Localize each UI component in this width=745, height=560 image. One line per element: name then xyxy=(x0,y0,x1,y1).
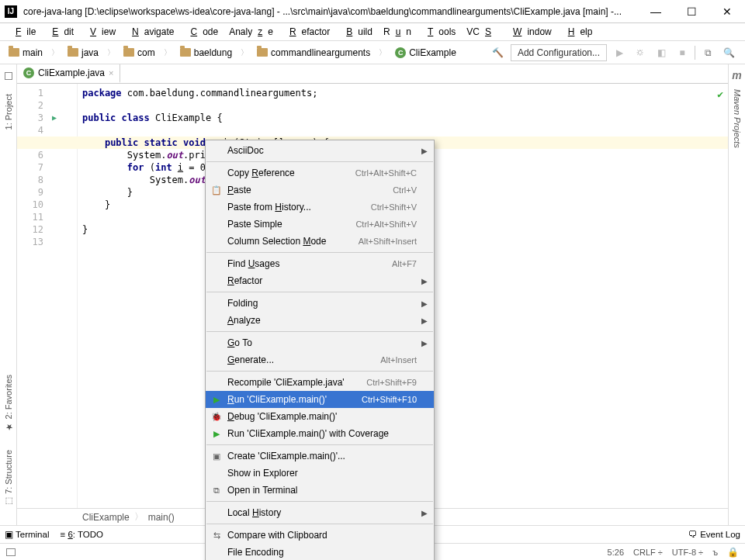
coverage-toolbar-button[interactable]: ◧ xyxy=(653,44,670,61)
ctx-copy-reference[interactable]: Copy ReferenceCtrl+Alt+Shift+C xyxy=(206,164,434,181)
tool-maven[interactable]: Maven Projects xyxy=(733,85,742,153)
folder-icon xyxy=(9,48,19,57)
maven-icon: m xyxy=(732,69,741,81)
ctx-run-cliexample-main[interactable]: ▶Run 'CliExample.main()'Ctrl+Shift+F10 xyxy=(206,391,434,408)
build-button[interactable]: 🔨 xyxy=(490,44,507,61)
ctx-recompile-cliexample-java[interactable]: Recompile 'CliExample.java'Ctrl+Shift+F9 xyxy=(206,374,434,391)
inspection-status-icon[interactable]: ✔ xyxy=(717,88,723,101)
breadcrumb-cla[interactable]: commandlinearguments xyxy=(253,44,374,61)
search-everywhere-button[interactable]: 🔍 xyxy=(720,44,737,61)
debug-toolbar-button[interactable]: ⛭ xyxy=(632,44,649,61)
tool-favorites[interactable]: ★ 2: Favorites xyxy=(3,370,13,437)
ctx-shortcut: Ctrl+Shift+V xyxy=(371,202,417,212)
ctx-local-history[interactable]: Local History▶ xyxy=(206,504,434,521)
left-tool-strip: 1: Project ★ 2: Favorites ⬚ 7: Structure xyxy=(0,64,17,525)
ctx-item-icon: ▣ xyxy=(210,451,223,461)
project-structure-button[interactable]: ⧉ xyxy=(699,44,716,61)
ctx-item-label: File Encoding xyxy=(227,547,417,558)
ctx-item-label: Folding xyxy=(227,298,417,309)
ctx-paste[interactable]: 📋PasteCtrl+V xyxy=(206,181,434,199)
ctx-item-label: Local History xyxy=(227,507,417,518)
menu-analyze[interactable]: Analyze xyxy=(224,25,279,39)
ctx-debug-cliexample-main[interactable]: 🐞Debug 'CliExample.main()' xyxy=(206,408,434,425)
breadcrumb-com[interactable]: com xyxy=(120,44,159,61)
window-titlebar: IJ core-java-lang [D:\eclipse\workspace\… xyxy=(0,0,745,23)
ctx-paste-from-history[interactable]: Paste from History...Ctrl+Shift+V xyxy=(206,199,434,216)
ctx-separator xyxy=(206,331,433,332)
ctx-show-in-explorer[interactable]: Show in Explorer xyxy=(206,465,434,482)
submenu-arrow-icon: ▶ xyxy=(421,339,428,347)
ctx-find-usages[interactable]: Find UsagesAlt+F7 xyxy=(206,255,434,272)
breadcrumb-main[interactable]: main xyxy=(5,44,47,61)
submenu-arrow-icon: ▶ xyxy=(421,299,428,308)
ctx-file-encoding[interactable]: File Encoding xyxy=(206,544,434,560)
folder-icon xyxy=(257,48,268,57)
ctx-item-label: Paste Simple xyxy=(227,219,355,230)
minimize-button[interactable]: — xyxy=(638,0,674,23)
menu-refactor[interactable]: Refactor xyxy=(279,25,335,39)
breadcrumb-baeldung[interactable]: baeldung xyxy=(176,44,236,61)
menu-vcs[interactable]: VCS xyxy=(461,25,502,39)
status-indent[interactable]: ъ xyxy=(712,548,718,557)
tool-structure[interactable]: ⬚ 7: Structure xyxy=(3,445,13,511)
ctx-item-label: Paste from History... xyxy=(227,202,371,213)
menu-code[interactable]: Code xyxy=(179,25,224,39)
readonly-lock-icon[interactable]: 🔒 xyxy=(727,547,739,558)
file-tab[interactable]: C CliExample.java × xyxy=(17,64,120,83)
close-tab-icon[interactable]: × xyxy=(109,68,113,78)
menu-build[interactable]: Build xyxy=(335,25,378,39)
status-toggle-icon[interactable] xyxy=(6,548,16,556)
ctx-compare-with-clipboard[interactable]: ⇆Compare with Clipboard xyxy=(206,527,434,544)
ctx-analyze[interactable]: Analyze▶ xyxy=(206,312,434,329)
ctx-column-selection-mode[interactable]: Column Selection ModeAlt+Shift+Insert xyxy=(206,233,434,250)
status-line-sep[interactable]: CRLF ÷ xyxy=(633,548,663,557)
menu-navigate[interactable]: Navigate xyxy=(121,25,179,39)
stop-toolbar-button[interactable]: ■ xyxy=(674,44,691,61)
menu-tools[interactable]: Tools xyxy=(417,25,461,39)
tool-project[interactable]: 1: Project xyxy=(4,89,13,134)
ctx-asciidoc[interactable]: AsciiDoc▶ xyxy=(206,142,434,159)
submenu-arrow-icon: ▶ xyxy=(421,316,428,325)
ctx-item-icon: 📋 xyxy=(210,185,223,195)
app-icon: IJ xyxy=(5,5,17,18)
ctx-separator xyxy=(206,161,433,162)
ctx-item-label: Create 'CliExample.main()'... xyxy=(227,451,417,461)
ctx-create-cliexample-main[interactable]: ▣Create 'CliExample.main()'... xyxy=(206,448,434,465)
ctx-item-label: Go To xyxy=(227,337,417,348)
menu-view[interactable]: View xyxy=(79,25,121,39)
ctx-item-label: Analyze xyxy=(227,315,417,326)
breadcrumb-java[interactable]: java xyxy=(64,44,102,61)
ctx-item-label: Paste xyxy=(227,185,393,195)
menu-window[interactable]: Window xyxy=(502,25,557,39)
close-button[interactable]: ✕ xyxy=(709,0,745,23)
menu-file[interactable]: File xyxy=(5,25,41,39)
tool-todo[interactable]: ≡ 6: TODO xyxy=(60,530,103,539)
run-toolbar-button[interactable]: ▶ xyxy=(611,44,628,61)
add-configuration-button[interactable]: Add Configuration... xyxy=(511,44,607,61)
ctx-paste-simple[interactable]: Paste SimpleCtrl+Alt+Shift+V xyxy=(206,216,434,233)
class-icon: C xyxy=(395,47,406,58)
status-caret-pos[interactable]: 5:26 xyxy=(608,548,624,557)
submenu-arrow-icon: ▶ xyxy=(421,509,428,517)
ctx-item-icon: ⧉ xyxy=(210,486,223,496)
ctx-refactor[interactable]: Refactor▶ xyxy=(206,272,434,289)
ctx-run-cliexample-main-with-coverage[interactable]: ▶Run 'CliExample.main()' with Coverage xyxy=(206,425,434,442)
ctx-item-label: Compare with Clipboard xyxy=(227,530,417,541)
menu-help[interactable]: Help xyxy=(557,25,598,39)
ctx-open-in-terminal[interactable]: ⧉Open in Terminal xyxy=(206,482,434,499)
run-gutter-icon[interactable]: ▶ xyxy=(52,112,57,124)
ctx-generate[interactable]: Generate...Alt+Insert xyxy=(206,351,434,368)
ctx-separator xyxy=(206,501,433,502)
status-encoding[interactable]: UTF-8 ÷ xyxy=(672,548,703,557)
maximize-button[interactable]: ☐ xyxy=(674,0,709,23)
menu-edit[interactable]: Edit xyxy=(41,25,79,39)
breadcrumb-class[interactable]: CCliExample xyxy=(391,44,460,61)
ctx-folding[interactable]: Folding▶ xyxy=(206,295,434,312)
ctx-item-label: Generate... xyxy=(227,354,380,365)
tool-event-log[interactable]: 🗨 Event Log xyxy=(688,530,740,539)
ctx-go-to[interactable]: Go To▶ xyxy=(206,334,434,351)
ctx-shortcut: Alt+Insert xyxy=(380,355,417,365)
tool-terminal[interactable]: ▣ Terminal xyxy=(5,529,49,540)
menu-run[interactable]: Run xyxy=(378,25,417,39)
editor-tabbar: C CliExample.java × xyxy=(17,64,728,84)
